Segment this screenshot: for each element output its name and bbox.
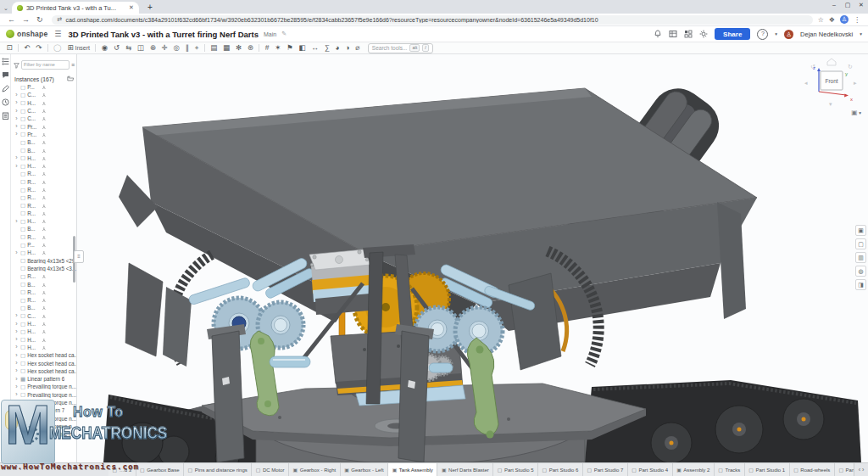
toolbar-ball-mate-icon[interactable]: ◎	[170, 42, 182, 53]
tree-item[interactable]: ›▢Hex socket head ca...	[12, 359, 76, 367]
element-tab-dc-motor[interactable]: ▢DC Motor	[252, 463, 289, 476]
history-clock-icon[interactable]	[2, 98, 9, 106]
search-tools-input[interactable]: Search tools... alt /	[368, 43, 433, 53]
tree-item[interactable]: ▢R...Y	[12, 272, 76, 280]
toolbar-mate-icon[interactable]: ◉	[98, 42, 110, 53]
new-tab-button[interactable]: +	[147, 3, 153, 12]
element-tab-road-wheels[interactable]: ▢Road-wheels	[790, 463, 835, 476]
expander-icon[interactable]: ›	[14, 328, 19, 335]
notes-clipboard-icon[interactable]	[2, 112, 9, 120]
toolbar-undo-icon[interactable]: ↶	[21, 42, 33, 53]
onshape-logo[interactable]: onshape	[6, 30, 47, 38]
expander-icon[interactable]: ›	[14, 336, 19, 343]
help-button[interactable]: ?	[757, 29, 768, 40]
expander-icon[interactable]: ›	[14, 249, 19, 256]
tree-item[interactable]: ▢B...Y	[12, 146, 76, 154]
toolbar-appearance-icon[interactable]: ◕	[332, 42, 342, 53]
toolbar-slider-mate-icon[interactable]: ⇆	[123, 42, 135, 53]
tree-item[interactable]: ›▢H...Y	[12, 217, 76, 225]
element-tab-part-studio-6[interactable]: ▢Part Studio 6	[538, 463, 583, 476]
element-tab-pins-and-distance-rings[interactable]: ▢Pins and distance rings	[184, 463, 252, 476]
tree-item[interactable]: ▢R...Y	[12, 186, 76, 193]
element-tab-part-studio-7[interactable]: ▢Part Studio 7	[583, 463, 628, 476]
settings-gear-icon[interactable]	[699, 30, 708, 38]
tree-item[interactable]: ›▢Pr...Y	[12, 131, 76, 138]
browser-tab[interactable]: 3D Printed Tank v3 - with a Tu... ✕	[12, 2, 139, 14]
tree-item[interactable]: ▢Bearing 4x13x5 <3...	[12, 265, 76, 272]
toolbar-measure-icon[interactable]: ↔	[309, 42, 321, 53]
element-tab-gearbox-base[interactable]: ▢Gearbox Base	[136, 463, 185, 476]
expander-icon[interactable]: ›	[14, 115, 19, 122]
toolbar-revolute-mate-icon[interactable]: ↺	[111, 42, 123, 53]
element-tab-gearbox-left[interactable]: ▣Gearbox - Left	[341, 463, 389, 476]
element-tab-part-studio-3[interactable]: ▢Part Studio 3	[835, 463, 854, 476]
site-settings-icon[interactable]: ⇄	[58, 16, 63, 23]
expander-icon[interactable]: ›	[14, 367, 19, 374]
tree-item[interactable]: ›▢H...Y	[12, 328, 76, 335]
filter-funnel-icon[interactable]	[14, 57, 19, 72]
tree-item[interactable]: ›▢C...Y	[12, 107, 76, 115]
documents-table-icon[interactable]	[669, 30, 677, 38]
window-close-button[interactable]: ✕	[854, 0, 868, 10]
toolbar-insert-icon[interactable]: ⊞Insert	[64, 42, 92, 53]
expander-icon[interactable]: ›	[14, 92, 19, 98]
element-tab-assembly-2[interactable]: ▣Assembly 2	[673, 463, 715, 476]
panel-collapse-handle[interactable]: ≡	[74, 250, 84, 263]
explode-icon[interactable]: ▥	[855, 252, 866, 263]
tree-item[interactable]: ›▢H...Y	[12, 320, 76, 328]
toolbar-mass-properties-icon[interactable]: ∑	[321, 42, 332, 53]
instance-tree-icon[interactable]	[2, 58, 9, 65]
notifications-bell-icon[interactable]	[654, 30, 662, 38]
window-minimize-button[interactable]: –	[827, 0, 841, 10]
tree-item[interactable]: ▢B...Y	[12, 280, 76, 288]
toolbar-planar-mate-icon[interactable]: ◫	[134, 42, 147, 53]
toolbar-group-icon[interactable]: ▤	[208, 42, 220, 53]
tab-list-caret-icon[interactable]: ⌄	[3, 5, 8, 12]
tree-item[interactable]: ›▢H...Y	[12, 344, 76, 351]
tree-item[interactable]: ▢P...Y	[12, 241, 76, 249]
tree-item[interactable]: ›▢C...Y	[12, 91, 76, 98]
browser-menu-icon[interactable]: ⋮	[854, 16, 860, 24]
tab-scroll-prev-icon[interactable]: ‹	[859, 467, 860, 473]
tree-item[interactable]: ›▢H...Y	[12, 99, 76, 107]
reload-icon[interactable]: ↻	[36, 14, 43, 25]
expander-icon[interactable]: ›	[14, 218, 19, 225]
tree-item[interactable]: ›▢Prevailing torque n...	[12, 391, 76, 399]
element-tab-gearbox-right[interactable]: ▣Gearbox - Right	[289, 463, 341, 476]
tree-item[interactable]: ▢R...Y	[12, 193, 76, 201]
toolbar-hide-instance-icon[interactable]: ⌀	[353, 42, 363, 53]
tree-item[interactable]: ▢R...Y	[12, 170, 76, 177]
comments-icon[interactable]	[2, 71, 9, 79]
element-tab-tank-assembly[interactable]: ▣Tank Assembly	[388, 463, 437, 476]
address-input[interactable]: ⇄ cad.onshape.com/documents/c384a29101f6…	[52, 15, 813, 25]
app-store-icon[interactable]	[684, 30, 693, 38]
tree-item[interactable]: ›▢Hex socket head ca...	[12, 367, 76, 375]
expander-icon[interactable]: ›	[14, 123, 19, 130]
expander-icon[interactable]: ›	[14, 352, 19, 359]
element-tab-part-studio-1[interactable]: ▢Part Studio 1	[745, 463, 790, 476]
bookmark-star-icon[interactable]: ☆	[818, 16, 824, 24]
tree-item[interactable]: ▢R...Y	[12, 288, 76, 296]
user-menu-caret-icon[interactable]: ▾	[860, 31, 862, 36]
stepper-motor[interactable]	[309, 249, 371, 315]
expander-icon[interactable]: ›	[14, 384, 19, 390]
tree-item[interactable]: ▢R...Y	[12, 210, 76, 217]
user-avatar[interactable]: ♙	[784, 30, 793, 39]
tree-item[interactable]: ›▢H...Y	[12, 154, 76, 162]
tree-item[interactable]: ›▢Prevailing torque n...	[12, 383, 76, 390]
window-maximize-button[interactable]: ▢	[841, 0, 854, 10]
open-folder-icon[interactable]	[67, 76, 74, 82]
tab-close-icon[interactable]: ✕	[129, 4, 134, 11]
tree-item[interactable]: ▢R...Y	[12, 296, 76, 304]
expander-icon[interactable]: ›	[14, 391, 19, 398]
filter-input[interactable]: Filter by name	[21, 60, 70, 70]
forward-icon[interactable]: →	[22, 14, 30, 25]
share-button[interactable]: Share	[715, 28, 750, 40]
toolbar-sketch-icon[interactable]: ◯	[51, 42, 64, 53]
tree-item[interactable]: ›▢Pr...Y	[12, 122, 76, 130]
element-tab-nerf-darts-blaster[interactable]: ▣Nerf Darts Blaster	[437, 463, 493, 476]
workspace-label[interactable]: Main	[264, 31, 276, 37]
toolbar-named-positions-icon[interactable]: ⚑	[284, 42, 296, 53]
toolbar-edit-in-context-icon[interactable]: ⊡	[3, 42, 15, 53]
tree-item[interactable]: ▢P...Y	[12, 83, 76, 91]
